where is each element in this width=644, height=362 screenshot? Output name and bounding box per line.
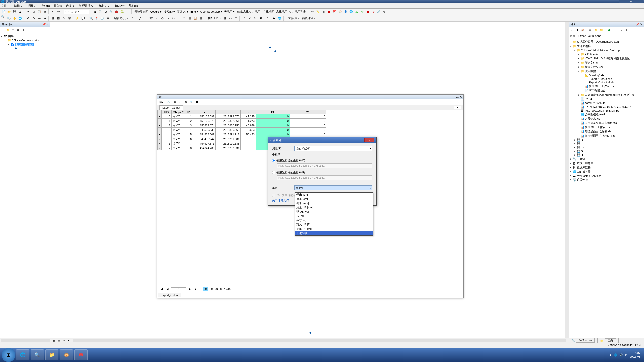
fixed-zoomin-icon[interactable]: ⊕ xyxy=(26,16,31,21)
row-header[interactable]: ▸ xyxy=(158,114,162,119)
expand-icon[interactable]: - xyxy=(578,70,580,73)
globe2-icon[interactable]: 🌐 xyxy=(277,16,282,21)
column-header[interactable]: Y1 xyxy=(290,110,326,114)
catalog-node[interactable]: +📡追踪连接 xyxy=(570,178,643,182)
dropdown-option[interactable]: 毫米 [mm] xyxy=(295,201,373,205)
cat-options-icon[interactable]: ⚙ xyxy=(624,28,629,32)
table-cell[interactable]: 0 xyxy=(290,132,326,137)
split-icon[interactable]: ⟋ xyxy=(176,16,181,21)
table-cell[interactable]: 点 ZM xyxy=(172,128,185,132)
expand-icon[interactable]: - xyxy=(570,45,572,48)
cat-close-icon[interactable]: ✕ xyxy=(640,23,642,26)
find-icon[interactable]: 🔍 xyxy=(89,16,94,21)
table-cell[interactable]: 点 ZM xyxy=(172,137,185,141)
export-icon[interactable]: ↗ xyxy=(242,16,247,21)
toc-listbyvis-icon[interactable]: 👁 xyxy=(11,28,15,32)
help-link[interactable]: 关于计算几何 xyxy=(272,199,289,202)
table-cell[interactable]: 点 ZM xyxy=(172,141,185,146)
column-header[interactable]: X1 xyxy=(256,110,290,114)
menu-item[interactable]: 帮助(H) xyxy=(129,4,138,8)
table-cell[interactable]: 0 xyxy=(290,114,326,119)
menu-item[interactable]: 插入(I) xyxy=(54,4,62,8)
rotate-icon[interactable]: ↻ xyxy=(182,16,187,21)
table-cell[interactable]: 0 xyxy=(290,123,326,128)
table-cell[interactable]: 1 xyxy=(185,114,193,119)
tray-up-icon[interactable]: ▲ xyxy=(609,353,612,356)
dropdown-option[interactable]: 英里 US [mi] xyxy=(295,227,373,231)
table-cell[interactable]: 点 ZM xyxy=(172,114,185,119)
table-cell[interactable]: 3 xyxy=(162,128,172,132)
new-icon[interactable]: 📄 xyxy=(1,9,6,14)
cat-tree-icon[interactable]: 🌲 xyxy=(607,28,611,32)
stop-icon[interactable]: ⏹ xyxy=(327,9,332,14)
catalog-node[interactable]: 📄演示数据.dat xyxy=(570,88,643,93)
copy-icon[interactable]: ⧉ xyxy=(31,9,36,14)
toc-close-icon[interactable]: ✕ xyxy=(46,23,49,26)
toc-listbydraw-icon[interactable]: ☰ xyxy=(1,28,5,32)
toc-layer[interactable]: Export_Output xyxy=(15,43,34,46)
reshape-icon[interactable]: ↝ xyxy=(165,16,170,21)
close-button[interactable]: ✕ xyxy=(635,0,643,3)
table-prev-icon[interactable]: ◀ xyxy=(165,287,170,291)
catalog-node[interactable]: -📁C:\Users\Administrator\Desktop xyxy=(570,48,643,52)
table-cell[interactable]: 454555.607 xyxy=(193,132,216,137)
maximize-button[interactable]: ▭ xyxy=(627,0,635,3)
catalog-node[interactable]: +🌐GIS 服务器 xyxy=(570,170,643,174)
catalog-node[interactable]: 📊人员信息.xls xyxy=(570,117,643,121)
dropdown-option[interactable]: 厘米 [cm] xyxy=(295,197,373,201)
row-header[interactable]: ▸ xyxy=(158,132,162,137)
table-cell[interactable]: 455106.079 xyxy=(193,119,216,123)
dropdown-option[interactable]: 米 [m] xyxy=(295,214,373,218)
expand-icon[interactable]: + xyxy=(578,57,580,60)
html-popup-icon[interactable]: 💬 xyxy=(80,16,86,21)
table-delsel-icon[interactable]: ✖ xyxy=(195,100,199,104)
taskbar-magnify-icon[interactable]: 🔍 xyxy=(31,349,44,360)
toc-root[interactable]: 图层 xyxy=(8,34,14,38)
table-pos-input[interactable] xyxy=(171,287,186,291)
catalog-node[interactable]: 📄32.DAT xyxy=(570,97,643,101)
column-header[interactable]: x xyxy=(216,110,241,114)
table-next-icon[interactable]: ▶ xyxy=(188,287,192,291)
catalog-node[interactable]: +💾G:\ xyxy=(570,149,643,153)
open-icon[interactable]: 📂 xyxy=(7,9,12,14)
catalog-node[interactable]: +🗄数据库服务器 xyxy=(570,161,643,165)
codesettings-dropdown[interactable]: 代码设置 ▾ xyxy=(285,16,301,20)
prev-extent-icon[interactable]: ⬅ xyxy=(37,16,42,21)
arctoolbox-tab[interactable]: 🔧 ArcToolbox xyxy=(569,338,597,343)
cartotools-dropdown[interactable]: 制图工具 ▾ xyxy=(207,16,222,20)
toolbar-item[interactable]: 天地图底图 xyxy=(133,10,149,13)
table-last-icon[interactable]: ▶| xyxy=(194,287,198,291)
cat-back-icon[interactable]: ⬅ xyxy=(570,28,574,32)
toc-icon[interactable]: 📋 xyxy=(98,9,103,14)
cat-disconnect-icon[interactable]: 📁- xyxy=(600,28,604,32)
table-cell[interactable]: 5 xyxy=(185,132,193,137)
table-related-icon[interactable]: 🔗▾ xyxy=(167,100,172,104)
dialog-close-button[interactable]: ✕ xyxy=(364,138,374,142)
catalog-icon[interactable]: 🗂 xyxy=(103,9,108,14)
catalog-node[interactable]: +📁国际健康驿站项目配套大山道抗涨改迁项 xyxy=(570,93,643,97)
expand-icon[interactable]: + xyxy=(574,150,576,153)
row-header[interactable]: ▸ xyxy=(158,146,162,150)
viewer-icon[interactable]: 🖥 xyxy=(105,16,110,21)
catalog-node[interactable]: +📁新建文件夹 xyxy=(570,61,643,65)
table-cell[interactable]: 2612392.075 xyxy=(216,114,241,119)
table-cell[interactable]: 46.646 xyxy=(241,123,256,128)
expand-icon[interactable]: + xyxy=(578,62,580,64)
table-cell[interactable]: 7 xyxy=(185,141,193,146)
toolbox-icon[interactable]: 🧰 xyxy=(114,9,119,14)
expand-icon[interactable]: + xyxy=(578,53,580,56)
model-icon[interactable]: ◫ xyxy=(125,9,130,14)
cat-up-icon[interactable]: ⬆ xyxy=(575,28,580,32)
table-cell[interactable]: 3 xyxy=(185,123,193,128)
measure-icon[interactable]: 📏 xyxy=(315,9,320,14)
toolbar-item[interactable]: 高德(A) ▾ xyxy=(176,10,189,13)
catalog-node[interactable]: +💾F:\ xyxy=(570,146,643,149)
expand-icon[interactable]: + xyxy=(574,143,576,145)
hyperlink-icon[interactable]: ⚡ xyxy=(75,16,80,21)
catalog-node[interactable]: 📊人员信息采集导入模板.xls xyxy=(570,121,643,125)
catalog-node[interactable]: 📊湛江线面图汇总表(2).xls xyxy=(570,134,643,138)
expand-icon[interactable]: + xyxy=(570,171,572,173)
table-cell[interactable]: 7 xyxy=(162,146,172,150)
clip-icon[interactable]: ✂ xyxy=(253,16,258,21)
dropdown-option[interactable]: 英寸 [in] xyxy=(295,218,373,222)
